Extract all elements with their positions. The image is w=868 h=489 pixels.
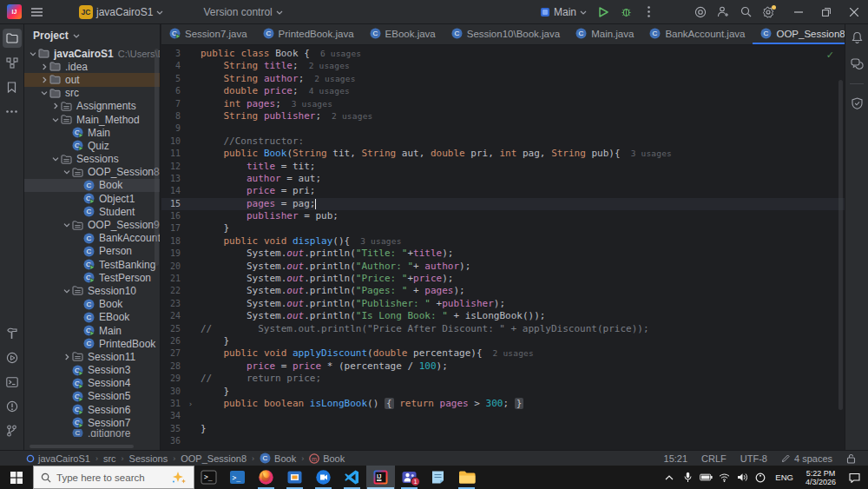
- code-line-15[interactable]: 15 pages = pag;: [161, 198, 845, 210]
- chevron-expanded-icon[interactable]: [28, 50, 37, 57]
- code-line-29[interactable]: 29// return price;: [161, 373, 845, 385]
- code-line-22[interactable]: 22 System.out.println("Pages: " + pages)…: [161, 285, 845, 297]
- ai-assistant-at-icon[interactable]: [689, 3, 712, 22]
- code-line-5[interactable]: 5 String author;2 usages: [161, 73, 845, 85]
- taskbar-clock[interactable]: 5:22 PM 4/3/2026: [800, 469, 841, 486]
- ai-chat-tool-window-icon[interactable]: [847, 55, 866, 74]
- chevron-collapsed-icon[interactable]: [39, 63, 49, 70]
- taskbar-app-file-explorer-icon[interactable]: [452, 466, 481, 489]
- taskbar-app-teams-icon[interactable]: 1: [395, 466, 424, 489]
- tree-item-book[interactable]: CBook: [24, 298, 160, 311]
- code-editor[interactable]: 3public class Book {6 usages4 String tit…: [161, 45, 845, 450]
- code-line-12[interactable]: 12 title = tit;: [161, 161, 845, 173]
- debug-button[interactable]: [615, 3, 637, 22]
- tab-bankaccount-java[interactable]: CBankAccount.java: [641, 24, 753, 44]
- chevron-expanded-icon[interactable]: [62, 221, 71, 228]
- breadcrumb-sessions[interactable]: Sessions: [129, 453, 168, 464]
- bookmarks-tool-window-icon[interactable]: [3, 77, 22, 96]
- tree-item-oop-session9[interactable]: OOP_Session9: [24, 218, 160, 231]
- tab-ebook-java[interactable]: CEBook.java: [362, 24, 444, 44]
- taskbar-app-intellij-idea-icon[interactable]: IJ: [366, 466, 395, 489]
- taskbar-app-screen-recorder-icon[interactable]: [309, 466, 338, 489]
- usages-inlay-hint[interactable]: 6 usages: [320, 48, 361, 60]
- code-line-4[interactable]: 4 String title;2 usages: [161, 60, 845, 72]
- file-encoding[interactable]: UTF-8: [740, 453, 767, 464]
- code-line-11[interactable]: 11 public Book(String tit, String aut, d…: [161, 148, 845, 160]
- problems-tool-window-icon[interactable]: [3, 397, 22, 416]
- tree-item-student[interactable]: CStudent: [24, 205, 160, 218]
- code-line-36[interactable]: 36: [161, 435, 845, 447]
- code-with-me-icon[interactable]: [712, 3, 734, 22]
- chevron-expanded-icon[interactable]: [62, 287, 71, 294]
- battery-icon[interactable]: [698, 466, 713, 489]
- tree-item-session4[interactable]: CSession4: [24, 377, 160, 390]
- more-tool-windows-icon[interactable]: [3, 102, 22, 121]
- project-tool-window-button[interactable]: [3, 29, 22, 48]
- chevron-collapsed-icon[interactable]: [62, 354, 71, 360]
- chevron-collapsed-icon[interactable]: [50, 102, 60, 109]
- tree-item--gitignore[interactable]: C.gitignore: [24, 429, 160, 437]
- tab-main-java[interactable]: CMain.java: [568, 24, 641, 44]
- structure-tool-window-icon[interactable]: [3, 53, 22, 72]
- usages-inlay-hint[interactable]: 2 usages: [309, 60, 350, 72]
- code-line-14[interactable]: 14 price = pri;: [161, 185, 845, 197]
- code-line-8[interactable]: 8 String publisher;2 usages: [161, 110, 845, 122]
- code-line-18[interactable]: 18 public void display(){3 usages: [161, 235, 845, 248]
- tree-item-session7[interactable]: CSession7: [24, 416, 160, 429]
- tree-item-testbanking[interactable]: CTestBanking: [24, 258, 160, 271]
- project-vertical-scrollbar[interactable]: [155, 49, 159, 266]
- breadcrumb-book[interactable]: CBook: [260, 453, 296, 464]
- tree-item-main[interactable]: CMain: [24, 324, 160, 337]
- window-minimize-button[interactable]: [785, 0, 812, 24]
- editor-scrollbar[interactable]: [838, 80, 843, 410]
- line-separator[interactable]: CRLF: [701, 453, 727, 464]
- code-line-20[interactable]: 20 System.out.println("Author: "+ author…: [161, 261, 845, 273]
- tab-printedbook-java[interactable]: CPrintedBook.java: [255, 24, 362, 44]
- terminal-tool-window-icon[interactable]: [3, 373, 22, 392]
- code-line-7[interactable]: 7 int pages;3 usages: [161, 98, 845, 110]
- tree-item-testperson[interactable]: CTestPerson: [24, 271, 160, 284]
- usages-inlay-hint[interactable]: 3 usages: [360, 235, 401, 248]
- taskbar-app-virtual-machine-app-icon[interactable]: [280, 466, 309, 489]
- taskbar-app-vs-code-icon[interactable]: [338, 466, 366, 489]
- project-widget[interactable]: JC javaCairoS1: [74, 3, 168, 22]
- tree-item-main[interactable]: CMain: [24, 126, 160, 139]
- run-configuration-widget[interactable]: Main: [535, 3, 592, 22]
- notifications-bell-icon[interactable]: [847, 28, 866, 47]
- chevron-expanded-icon[interactable]: [50, 155, 60, 162]
- tree-item-javacairos1[interactable]: javaCairoS1C:\Users\DELL\J: [24, 47, 160, 60]
- search-input[interactable]: Type here to search: [33, 466, 194, 489]
- search-everywhere-icon[interactable]: [734, 3, 757, 22]
- code-line-6[interactable]: 6 double price;4 usages: [161, 85, 845, 97]
- tree-item-book[interactable]: CBook: [24, 179, 160, 192]
- tree-item-src[interactable]: src: [24, 87, 160, 100]
- caret-position[interactable]: 15:21: [664, 453, 688, 464]
- code-line-16[interactable]: 16 publisher = pub;: [161, 210, 845, 222]
- tab-session7-java[interactable]: CSession7.java: [161, 24, 255, 44]
- code-line-19[interactable]: 19 System.out.println("Title: "+title);: [161, 248, 845, 260]
- taskbar-app-powershell-icon[interactable]: >_: [223, 466, 252, 489]
- tree-item-bankaccount[interactable]: CBankAccount: [24, 232, 160, 245]
- main-menu-hamburger-icon[interactable]: [25, 3, 48, 22]
- code-line-34[interactable]: 34: [161, 410, 845, 422]
- window-close-button[interactable]: [840, 0, 868, 24]
- code-line-28[interactable]: 28 price = price * (percentage / 100);: [161, 360, 845, 373]
- code-line-17[interactable]: 17 }: [161, 222, 845, 235]
- tree-item-person[interactable]: CPerson: [24, 245, 160, 258]
- tree-item-assignments[interactable]: Assignments: [24, 100, 160, 113]
- tree-item-quiz[interactable]: CQuiz: [24, 139, 160, 152]
- action-center-icon[interactable]: [844, 466, 865, 489]
- usages-inlay-hint[interactable]: 4 usages: [309, 85, 350, 97]
- fold-chevron-icon[interactable]: ›: [181, 398, 201, 410]
- breadcrumb-javacairos1[interactable]: javaCairoS1: [26, 453, 90, 464]
- build-tool-window-icon[interactable]: [3, 324, 22, 343]
- chevron-expanded-icon[interactable]: [62, 169, 71, 175]
- code-line-27[interactable]: 27 public void applyDiscount(double perc…: [161, 347, 845, 360]
- language-indicator[interactable]: ENG: [771, 472, 798, 482]
- start-button[interactable]: [0, 466, 33, 489]
- code-line-30[interactable]: 30 }: [161, 386, 845, 398]
- code-line-35[interactable]: 35}: [161, 423, 845, 435]
- code-line-25[interactable]: 25// System.out.println("Price After Dis…: [161, 323, 845, 335]
- more-actions-kebab-icon[interactable]: [637, 3, 660, 22]
- breadcrumb-src[interactable]: src: [103, 453, 116, 464]
